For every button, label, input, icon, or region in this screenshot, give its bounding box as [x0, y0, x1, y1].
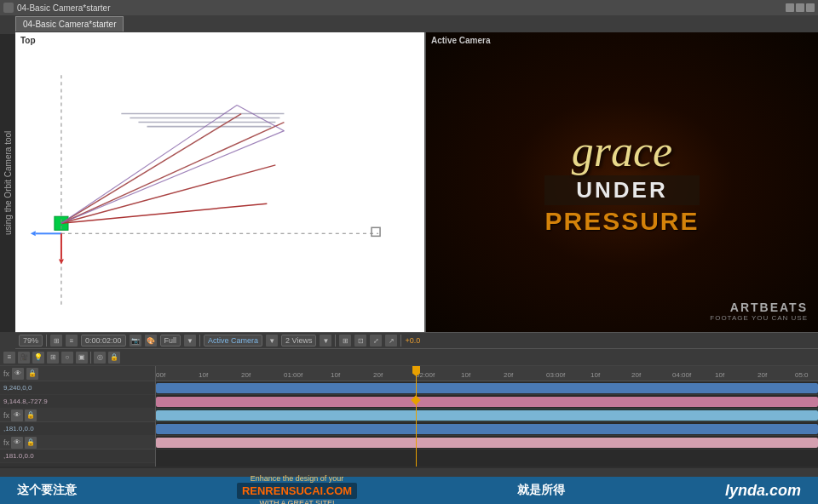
transform-icon-4[interactable]: ↗ — [385, 335, 397, 346]
tl-lock-icon[interactable]: 🔒 — [108, 352, 120, 364]
layer-bar-2 — [156, 395, 818, 408]
separator-4 — [400, 335, 401, 346]
maximize-button[interactable] — [796, 3, 804, 12]
transform-icon-3[interactable]: ⤢ — [370, 335, 382, 346]
caption-chinese-right: 就是所得 — [517, 483, 565, 496]
layer-track-5 — [156, 436, 818, 450]
tl-null-icon[interactable]: ○ — [61, 352, 73, 364]
svg-marker-12 — [31, 231, 36, 236]
layer-position-5: ,181.0,0.0 — [3, 452, 34, 460]
layer-position-4: ,181.0,0.0 — [3, 425, 34, 432]
view-value: Active Camera — [208, 336, 258, 345]
quality-control[interactable]: Full — [160, 335, 181, 346]
sidebar-orbit-label: using the Orbit Camera tool — [0, 34, 15, 332]
timecode-display: 0:00:02:00 — [81, 335, 126, 346]
tl-comp-icon[interactable]: ⊞ — [47, 352, 59, 364]
layer-data-2: 9,144.8,-727.9 — [0, 395, 155, 409]
layout-dropdown-icon[interactable]: ▼ — [320, 335, 331, 346]
grid-icon[interactable]: ≡ — [66, 335, 78, 346]
ruler-mark-9: 03:00f — [546, 371, 565, 379]
timecode-value: 0:00:02:00 — [85, 336, 122, 345]
layer-color-2 — [156, 397, 818, 407]
viewport-area: Top — [15, 32, 818, 332]
separator-3 — [335, 335, 336, 346]
color-icon[interactable]: 🎨 — [145, 335, 157, 346]
ruler-mark-4: 10f — [331, 371, 340, 379]
minimize-button[interactable] — [786, 3, 794, 12]
renren-wrapper: Enhance the design of your RENRENSUCAI.C… — [237, 474, 357, 505]
layer-track-2 — [156, 395, 818, 409]
layer-controls-1: fx 👁 🔒 — [0, 366, 156, 381]
ruler-mark-2: 20f — [241, 371, 251, 379]
separator-1 — [46, 335, 47, 346]
toggle-icon[interactable]: ⊞ — [50, 335, 62, 346]
eye-icon-5[interactable]: 👁 — [11, 437, 23, 449]
zoom-control[interactable]: 79% — [19, 335, 43, 346]
layer-color-3 — [156, 410, 818, 421]
lock-icon-3[interactable]: 🔒 — [25, 410, 37, 421]
timeline-left-panel: fx 👁 🔒 9,240,0,0 9,144.8,-727.9 fx 👁 🔒 ,… — [0, 366, 156, 467]
ruler-mark-0: 00f — [156, 371, 165, 379]
layer-data-4: ,181.0,0.0 — [0, 422, 155, 436]
timeline-ruler: 00f 10f 20f 01:00f 10f 20f 02:00f 10f 20… — [156, 366, 818, 381]
transform-icon-1[interactable]: ⊞ — [339, 335, 351, 346]
fx-toggle-3[interactable]: fx — [3, 411, 9, 420]
window-title: 04-Basic Camera*starter — [17, 3, 110, 13]
layer-color-1 — [156, 383, 818, 393]
timeline-ruler-container: fx 👁 🔒 9,240,0,0 9,144.8,-727.9 fx 👁 🔒 ,… — [0, 366, 818, 467]
layer-position-1: 9,240,0,0 — [3, 384, 32, 392]
snapshot-icon[interactable]: 📷 — [130, 335, 141, 346]
caption-bar: 这个要注意 Enhance the design of your RENRENS… — [0, 477, 818, 504]
tl-solo-icon[interactable]: ◎ — [94, 352, 106, 364]
layer-bar-4 — [156, 422, 818, 435]
layer-bar-1 — [156, 381, 818, 394]
timeline-header: ≡ 🎥 💡 ⊞ ○ ▣ ◎ 🔒 — [0, 349, 818, 366]
zoom-value: 79% — [23, 336, 38, 345]
viewport-top-label: Top — [20, 36, 36, 45]
fx-toggle-5[interactable]: fx — [3, 438, 9, 447]
tl-shape-icon[interactable]: ▣ — [76, 352, 88, 364]
layout-control[interactable]: 2 Views — [281, 335, 316, 346]
lynda-wrapper: lynda.com — [725, 482, 801, 500]
separator-2 — [199, 335, 200, 346]
ruler-mark-13: 10f — [715, 371, 724, 379]
tl-camera-icon[interactable]: 🎥 — [18, 352, 30, 364]
viewport-toolbar: 79% ⊞ ≡ 0:00:02:00 📷 🎨 Full ▼ Active Cam… — [15, 332, 818, 349]
ruler-mark-15: 05:0 — [795, 371, 809, 379]
quality-dropdown-icon[interactable]: ▼ — [184, 335, 196, 346]
watermark-main: ARTBEATS — [710, 301, 808, 314]
layer-track-1 — [156, 381, 818, 395]
timeline-header-left: ≡ 🎥 💡 ⊞ ○ ▣ ◎ 🔒 — [3, 352, 159, 364]
caption-right: 就是所得 — [517, 483, 565, 498]
caption-left: 这个要注意 — [17, 483, 77, 498]
transform-icon-2[interactable]: ⊡ — [354, 335, 366, 346]
timeline-playhead[interactable] — [416, 366, 417, 467]
caption-chinese-left: 这个要注意 — [17, 483, 77, 496]
eye-icon-1[interactable]: 👁 — [12, 368, 24, 380]
fx-toggle-1[interactable]: fx — [3, 369, 9, 378]
offset-value: +0.0 — [405, 336, 420, 345]
composition-tab-label: 04-Basic Camera*starter — [23, 20, 116, 29]
lock-icon-5[interactable]: 🔒 — [25, 437, 37, 449]
layout-value: 2 Views — [285, 336, 312, 345]
ruler-mark-14: 20f — [758, 371, 767, 379]
close-button[interactable] — [806, 3, 815, 12]
tl-light-icon[interactable]: 💡 — [32, 352, 44, 364]
layer-controls-5: fx 👁 🔒 — [0, 436, 156, 450]
pressure-title: PRESSURE — [544, 207, 699, 236]
composition-tab[interactable]: 04-Basic Camera*starter — [15, 16, 124, 32]
tl-settings-icon[interactable]: ≡ — [3, 352, 15, 364]
layer-position-2: 9,144.8,-727.9 — [3, 398, 48, 405]
ruler-mark-1: 10f — [199, 371, 208, 379]
composition-tab-bar: 04-Basic Camera*starter — [15, 15, 818, 32]
layer-track-4 — [156, 422, 818, 436]
view-control[interactable]: Active Camera — [204, 335, 262, 346]
svg-line-18 — [61, 131, 284, 224]
eye-icon-3[interactable]: 👁 — [11, 410, 23, 421]
lock-icon-1[interactable]: 🔒 — [26, 368, 38, 380]
view-dropdown-icon[interactable]: ▼ — [266, 335, 278, 346]
svg-line-5 — [61, 114, 241, 224]
under-title: UNDER — [544, 175, 699, 205]
layer-data-1: 9,240,0,0 — [0, 381, 155, 395]
viewport-top: Top — [15, 32, 426, 332]
